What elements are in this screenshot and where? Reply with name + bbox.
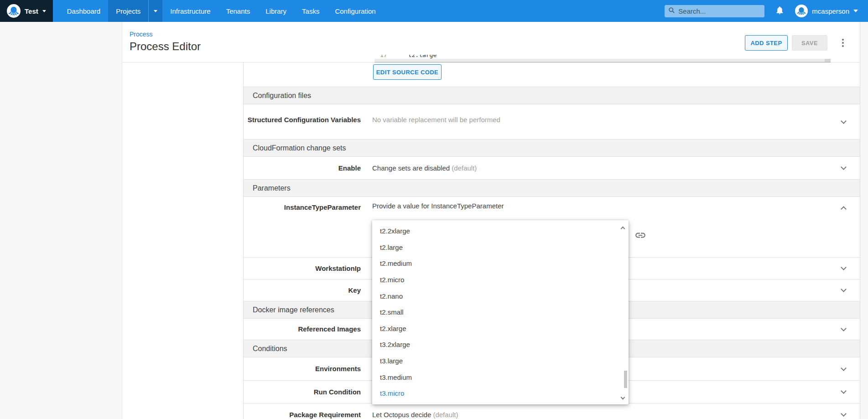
chevron-down-icon[interactable] [840, 411, 847, 419]
projects-dropdown-toggle[interactable] [148, 0, 162, 22]
nav-item-infrastructure[interactable]: Infrastructure [162, 0, 218, 22]
dropdown-option[interactable]: t2.medium [372, 255, 629, 272]
nav-item-label: Projects [116, 7, 140, 15]
chevron-down-icon[interactable] [840, 165, 847, 172]
chevron-down-icon[interactable] [840, 287, 847, 294]
code-fragment: 17t2.large [380, 55, 437, 58]
scroll-down-icon[interactable] [621, 393, 624, 401]
caret-down-icon [154, 10, 157, 12]
row-label: Key [244, 285, 361, 296]
caret-down-icon [42, 10, 46, 12]
top-navigation: Test Dashboard Projects Infrastructure T… [0, 0, 868, 22]
row-label: Run Condition [244, 387, 361, 398]
row-structured-configuration-variables[interactable]: Structured Configuration Variables No va… [244, 104, 860, 140]
nav-item-label: Configuration [335, 7, 375, 15]
link-icon[interactable] [634, 229, 646, 241]
row-label: Referenced Images [244, 324, 361, 335]
user-avatar [795, 5, 808, 17]
section-title: CloudFormation change sets [253, 144, 346, 152]
row-value: Let Octopus decide (default) [372, 411, 458, 419]
section-title: Conditions [253, 345, 287, 353]
editor-horizontal-scrollbar[interactable] [374, 59, 831, 62]
add-step-button[interactable]: ADD STEP [745, 35, 788, 51]
search-input[interactable] [678, 7, 756, 15]
row-value: No variable replacement will be performe… [372, 114, 500, 125]
notifications-bell-icon[interactable] [775, 5, 785, 17]
chevron-down-icon[interactable] [840, 265, 847, 272]
row-label: WorkstationIp [244, 263, 361, 274]
row-value-default: (default) [452, 164, 477, 172]
instance-type-dropdown: t2.2xlarge t2.large t2.medium t2.micro t… [372, 220, 629, 404]
section-title: Configuration files [253, 92, 311, 100]
search-box[interactable] [665, 5, 764, 17]
nav-item-tasks[interactable]: Tasks [294, 0, 327, 22]
section-title: Parameters [253, 184, 291, 192]
code-text: t2.large [408, 55, 437, 58]
nav-items: Dashboard Projects Infrastructure Tenant… [59, 0, 384, 22]
octopus-logo-icon [7, 4, 21, 18]
row-value: Provide a value for InstanceTypeParamete… [372, 202, 504, 210]
chevron-up-icon[interactable] [840, 204, 847, 212]
dropdown-scrollbar-thumb[interactable] [624, 371, 627, 388]
nav-item-configuration[interactable]: Configuration [327, 0, 383, 22]
nav-item-label: Library [265, 7, 286, 15]
row-value-text: Let Octopus decide [372, 411, 431, 419]
nav-item-dashboard[interactable]: Dashboard [59, 0, 108, 22]
chevron-down-icon[interactable] [840, 388, 847, 396]
line-number: 17 [380, 55, 387, 58]
chevron-down-icon[interactable] [840, 365, 847, 372]
nav-item-label: Tenants [226, 7, 250, 15]
dropdown-option[interactable]: t2.large [372, 239, 629, 256]
space-switcher[interactable]: Test [0, 0, 53, 22]
editor-scrollbar-corner [825, 59, 831, 62]
row-label: Structured Configuration Variables [244, 114, 361, 125]
nav-item-label: Tasks [302, 7, 319, 15]
caret-down-icon [853, 10, 858, 12]
overflow-menu-icon[interactable] [839, 36, 847, 49]
dropdown-option[interactable]: t2.micro [372, 272, 629, 288]
dropdown-option[interactable]: t3.medium [372, 369, 629, 385]
user-menu[interactable]: mcasperson [795, 5, 858, 17]
breadcrumb[interactable]: Process [130, 31, 153, 38]
dropdown-option[interactable]: t2.xlarge [372, 321, 629, 337]
row-value-default: (default) [433, 411, 458, 419]
row-value-text: Change sets are disabled [372, 164, 450, 172]
dropdown-option[interactable]: t2.2xlarge [372, 223, 629, 239]
row-label: Package Requirement [244, 409, 361, 419]
section-parameters: Parameters [244, 180, 860, 197]
edit-source-code-button[interactable]: EDIT SOURCE CODE [373, 64, 442, 80]
row-enable[interactable]: Enable Change sets are disabled (default… [244, 157, 860, 180]
dropdown-option-selected[interactable]: t3.micro [372, 385, 629, 402]
nav-item-label: Dashboard [67, 7, 100, 15]
save-button[interactable]: SAVE [792, 35, 827, 51]
row-label: InstanceTypeParameter [244, 202, 361, 213]
dropdown-option[interactable]: t2.nano [372, 288, 629, 304]
user-name: mcasperson [812, 7, 849, 15]
dropdown-option[interactable]: t3.2xlarge [372, 336, 629, 353]
space-name: Test [25, 7, 38, 15]
nav-item-library[interactable]: Library [258, 0, 294, 22]
nav-item-projects[interactable]: Projects [108, 0, 148, 22]
search-icon [668, 7, 675, 16]
nav-right: mcasperson [665, 0, 868, 22]
dropdown-option[interactable]: t2.small [372, 304, 629, 321]
row-value: Change sets are disabled (default) [372, 164, 477, 172]
edit-source-row: EDIT SOURCE CODE [244, 62, 860, 87]
dropdown-option[interactable]: t3.large [372, 353, 629, 369]
template-code-editor[interactable]: 17t2.large [374, 55, 831, 62]
section-cloudformation-change-sets: CloudFormation change sets [244, 140, 860, 157]
chevron-down-icon[interactable] [840, 326, 847, 333]
row-label: Environments [244, 363, 361, 374]
section-title: Docker image references [253, 306, 334, 314]
chevron-down-icon[interactable] [840, 118, 847, 125]
row-label: Enable [244, 163, 361, 174]
nav-item-label: Infrastructure [170, 7, 210, 15]
row-package-requirement[interactable]: Package Requirement Let Octopus decide (… [244, 403, 860, 419]
page-title: Process Editor [130, 40, 201, 53]
process-steps-panel [122, 62, 244, 419]
section-configuration-files: Configuration files [244, 87, 860, 104]
scroll-up-icon[interactable] [621, 224, 624, 232]
nav-item-tenants[interactable]: Tenants [218, 0, 258, 22]
